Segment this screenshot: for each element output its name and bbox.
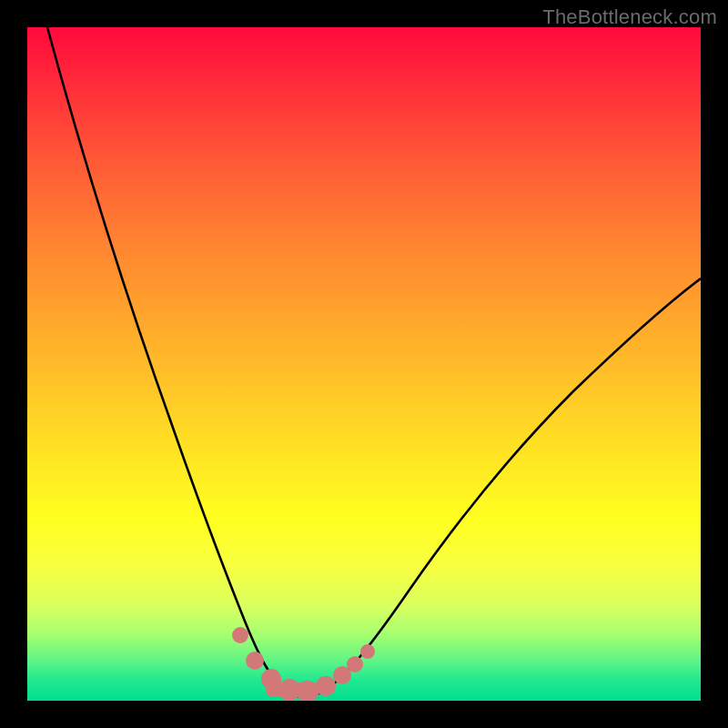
svg-point-1 xyxy=(246,652,264,670)
svg-point-0 xyxy=(232,627,248,643)
plot-area xyxy=(27,27,701,701)
chart-frame: TheBottleneck.com xyxy=(0,0,728,728)
optimal-zone-markers xyxy=(232,627,375,701)
svg-rect-9 xyxy=(266,682,320,697)
svg-point-7 xyxy=(347,656,363,672)
bottleneck-curve xyxy=(47,27,701,697)
svg-point-8 xyxy=(360,644,375,659)
watermark-text: TheBottleneck.com xyxy=(542,5,717,29)
curve-svg xyxy=(27,27,701,701)
